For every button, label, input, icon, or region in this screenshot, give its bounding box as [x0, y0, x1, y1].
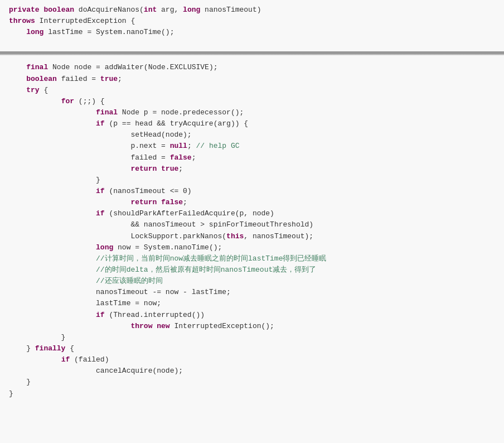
kw-final1: final — [26, 63, 48, 71]
section-bottom: final Node node = addWaiter(Node.EXCLUSI… — [0, 55, 504, 408]
kw-long2: long — [96, 243, 113, 252]
keyword-long: long — [183, 6, 200, 14]
code-line-s22: lastTime = now; — [9, 298, 495, 309]
comment-gc: // help GC — [196, 142, 239, 150]
code-line-s9: failed = false; — [9, 152, 495, 163]
code-line-s21: nanosTimeout -= now - lastTime; — [9, 287, 495, 298]
code-line-s28: cancelAcquire(node); — [9, 365, 495, 377]
kw-null1: null — [170, 142, 187, 150]
code-line-s23: if (Thread.interrupted()) — [9, 310, 495, 321]
code-line-s1: final Node node = addWaiter(Node.EXCLUSI… — [9, 62, 495, 73]
code-line-s16: LockSupport.parkNanos(this, nanosTimeout… — [9, 231, 495, 242]
comment-line1: //计算时间，当前时间now减去睡眠之前的时间lastTime得到已经睡眠 — [9, 253, 495, 264]
code-line-s27: if (failed) — [9, 354, 495, 365]
code-line: throws InterruptedException { — [9, 16, 495, 27]
kw-return2: return — [130, 198, 157, 206]
code-line-s6: if (p == head && tryAcquire(arg)) { — [9, 118, 495, 129]
kw-new: new — [157, 322, 169, 330]
code-line-s4: for (;;) { — [9, 96, 495, 107]
code-line-s14: if (shouldParkAfterFailedAcquire(p, node… — [9, 208, 495, 219]
kw-for: for — [61, 97, 74, 105]
code-line-s24: throw new InterruptedException(); — [9, 321, 495, 332]
keyword-int: int — [144, 6, 157, 14]
kw-true: true — [100, 75, 118, 83]
comment-cn2: //的时间delta，然后被原有超时时间nanosTimeout减去，得到了 — [96, 266, 316, 274]
kw-if3: if — [96, 209, 105, 218]
code-line: long lastTime = System.nanoTime(); — [9, 27, 495, 38]
kw-return1: return — [130, 165, 157, 173]
code-line: private boolean doAcquireNanos(int arg, … — [9, 4, 495, 16]
code-line-s26: } finally { — [9, 343, 495, 354]
code-line-s29: } — [9, 377, 495, 388]
comment-line3: //还应该睡眠的时间 — [9, 276, 495, 287]
code-container: private boolean doAcquireNanos(int arg, … — [0, 0, 504, 443]
kw-true2: true — [161, 165, 178, 173]
code-line-s17: long now = System.nanoTime(); — [9, 242, 495, 253]
kw-this: this — [226, 232, 244, 240]
kw-if2: if — [96, 187, 105, 195]
kw-false1: false — [170, 153, 192, 162]
code-line-s12: if (nanosTimeout <= 0) — [9, 186, 495, 197]
code-line-s5: final Node p = node.predecessor(); — [9, 107, 495, 118]
code-line-s15: && nanosTimeout > spinForTimeoutThreshol… — [9, 219, 495, 230]
code-line-s7: setHead(node); — [9, 129, 495, 141]
code-line-s30: } — [9, 388, 495, 399]
kw-throw: throw — [130, 322, 152, 330]
code-line-s25: } — [9, 332, 495, 343]
keyword-throws: throws — [9, 17, 35, 25]
kw-boolean2: boolean — [26, 75, 57, 83]
kw-false2: false — [161, 198, 183, 206]
comment-line2: //的时间delta，然后被原有超时时间nanosTimeout减去，得到了 — [9, 264, 495, 276]
kw-if4: if — [96, 311, 105, 319]
section-top: private boolean doAcquireNanos(int arg, … — [0, 0, 504, 53]
code-line-s11: } — [9, 175, 495, 186]
code-line-s3: try { — [9, 85, 495, 96]
kw-finally: finally — [35, 344, 66, 353]
kw-if1: if — [96, 119, 105, 128]
keyword-boolean: boolean — [43, 6, 74, 14]
kw-try: try — [26, 86, 39, 94]
code-line-s8: p.next = null; // help GC — [9, 141, 495, 152]
code-line-s13: return false; — [9, 197, 495, 208]
kw-if5: if — [61, 355, 70, 364]
comment-cn3: //还应该睡眠的时间 — [96, 277, 163, 285]
code-line-s10: return true; — [9, 163, 495, 175]
keyword-long2: long — [26, 28, 43, 36]
kw-final2: final — [96, 108, 118, 117]
code-line-s2: boolean failed = true; — [9, 74, 495, 85]
comment-cn1: //计算时间，当前时间now减去睡眠之前的时间lastTime得到已经睡眠 — [96, 254, 326, 263]
keyword-private: private — [9, 6, 40, 14]
